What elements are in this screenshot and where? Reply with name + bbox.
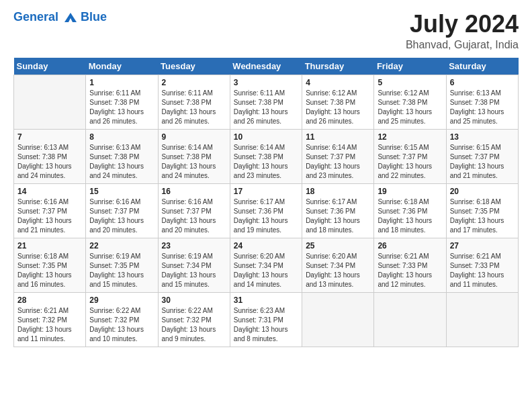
- day-number: 14: [17, 187, 82, 196]
- day-number: 27: [450, 241, 515, 250]
- calendar-week-row: 28Sunrise: 6:21 AMSunset: 7:32 PMDayligh…: [14, 292, 519, 347]
- calendar-cell: 25Sunrise: 6:20 AMSunset: 7:34 PMDayligh…: [302, 238, 374, 292]
- day-number: 8: [89, 132, 154, 142]
- calendar-table: SundayMondayTuesdayWednesdayThursdayFrid…: [13, 58, 519, 347]
- day-number: 1: [89, 78, 154, 87]
- cell-info: Sunrise: 6:12 AMSunset: 7:38 PMDaylight:…: [378, 89, 442, 126]
- day-number: 6: [450, 78, 515, 87]
- day-number: 18: [306, 187, 370, 196]
- calendar-cell: 16Sunrise: 6:16 AMSunset: 7:37 PMDayligh…: [158, 183, 230, 238]
- cell-info: Sunrise: 6:14 AMSunset: 7:38 PMDaylight:…: [234, 143, 298, 181]
- cell-info: Sunrise: 6:11 AMSunset: 7:38 PMDaylight:…: [162, 89, 226, 126]
- header-cell-sunday: Sunday: [14, 58, 86, 75]
- calendar-body: 1Sunrise: 6:11 AMSunset: 7:38 PMDaylight…: [14, 75, 519, 347]
- calendar-cell: 2Sunrise: 6:11 AMSunset: 7:38 PMDaylight…: [158, 75, 230, 129]
- calendar-cell: 20Sunrise: 6:18 AMSunset: 7:35 PMDayligh…: [446, 183, 518, 238]
- calendar-week-row: 14Sunrise: 6:16 AMSunset: 7:37 PMDayligh…: [14, 183, 519, 238]
- cell-info: Sunrise: 6:14 AMSunset: 7:38 PMDaylight:…: [162, 143, 226, 181]
- cell-info: Sunrise: 6:19 AMSunset: 7:34 PMDaylight:…: [162, 252, 226, 289]
- calendar-cell: 8Sunrise: 6:13 AMSunset: 7:38 PMDaylight…: [86, 129, 158, 183]
- day-number: 5: [378, 78, 442, 87]
- cell-info: Sunrise: 6:13 AMSunset: 7:38 PMDaylight:…: [450, 89, 515, 126]
- cell-info: Sunrise: 6:17 AMSunset: 7:36 PMDaylight:…: [234, 197, 298, 235]
- calendar-cell: 1Sunrise: 6:11 AMSunset: 7:38 PMDaylight…: [86, 75, 158, 129]
- calendar-cell: 27Sunrise: 6:21 AMSunset: 7:33 PMDayligh…: [446, 238, 518, 292]
- header-cell-monday: Monday: [86, 58, 158, 75]
- cell-info: Sunrise: 6:17 AMSunset: 7:36 PMDaylight:…: [306, 197, 370, 235]
- day-number: 28: [17, 295, 82, 305]
- header-cell-saturday: Saturday: [446, 58, 518, 75]
- header-cell-wednesday: Wednesday: [230, 58, 302, 75]
- cell-info: Sunrise: 6:16 AMSunset: 7:37 PMDaylight:…: [89, 197, 154, 235]
- calendar-cell: [14, 75, 86, 129]
- logo: General Blue: [13, 11, 107, 24]
- cell-info: Sunrise: 6:15 AMSunset: 7:37 PMDaylight:…: [378, 143, 442, 181]
- calendar-cell: 15Sunrise: 6:16 AMSunset: 7:37 PMDayligh…: [86, 183, 158, 238]
- calendar-cell: 26Sunrise: 6:21 AMSunset: 7:33 PMDayligh…: [374, 238, 446, 292]
- logo-blue: Blue: [81, 11, 107, 24]
- cell-info: Sunrise: 6:13 AMSunset: 7:38 PMDaylight:…: [17, 143, 82, 181]
- calendar-cell: 10Sunrise: 6:14 AMSunset: 7:38 PMDayligh…: [230, 129, 302, 183]
- cell-info: Sunrise: 6:19 AMSunset: 7:35 PMDaylight:…: [89, 252, 154, 289]
- day-number: 22: [89, 241, 154, 250]
- day-number: 2: [162, 78, 226, 87]
- day-number: 7: [17, 132, 82, 142]
- calendar-cell: 31Sunrise: 6:23 AMSunset: 7:31 PMDayligh…: [230, 292, 302, 347]
- cell-info: Sunrise: 6:22 AMSunset: 7:32 PMDaylight:…: [162, 306, 226, 344]
- day-number: 16: [162, 187, 226, 196]
- cell-info: Sunrise: 6:16 AMSunset: 7:37 PMDaylight:…: [17, 197, 82, 235]
- calendar-cell: 17Sunrise: 6:17 AMSunset: 7:36 PMDayligh…: [230, 183, 302, 238]
- cell-info: Sunrise: 6:21 AMSunset: 7:33 PMDaylight:…: [450, 252, 515, 289]
- calendar-cell: 5Sunrise: 6:12 AMSunset: 7:38 PMDaylight…: [374, 75, 446, 129]
- cell-info: Sunrise: 6:23 AMSunset: 7:31 PMDaylight:…: [234, 306, 298, 344]
- calendar-header-row: SundayMondayTuesdayWednesdayThursdayFrid…: [14, 58, 519, 75]
- cell-info: Sunrise: 6:22 AMSunset: 7:32 PMDaylight:…: [89, 306, 154, 344]
- cell-info: Sunrise: 6:13 AMSunset: 7:38 PMDaylight:…: [89, 143, 154, 181]
- header-cell-thursday: Thursday: [302, 58, 374, 75]
- calendar-cell: 3Sunrise: 6:11 AMSunset: 7:38 PMDaylight…: [230, 75, 302, 129]
- cell-info: Sunrise: 6:11 AMSunset: 7:38 PMDaylight:…: [234, 89, 298, 126]
- cell-info: Sunrise: 6:18 AMSunset: 7:36 PMDaylight:…: [378, 197, 442, 235]
- day-number: 4: [306, 78, 370, 87]
- calendar-cell: 6Sunrise: 6:13 AMSunset: 7:38 PMDaylight…: [446, 75, 518, 129]
- calendar-cell: [302, 292, 374, 347]
- logo-text: General: [13, 11, 79, 24]
- cell-info: Sunrise: 6:18 AMSunset: 7:35 PMDaylight:…: [450, 197, 515, 235]
- calendar-week-row: 1Sunrise: 6:11 AMSunset: 7:38 PMDaylight…: [14, 75, 519, 129]
- day-number: 29: [89, 295, 154, 305]
- calendar-cell: 22Sunrise: 6:19 AMSunset: 7:35 PMDayligh…: [86, 238, 158, 292]
- calendar-week-row: 21Sunrise: 6:18 AMSunset: 7:35 PMDayligh…: [14, 238, 519, 292]
- cell-info: Sunrise: 6:18 AMSunset: 7:35 PMDaylight:…: [17, 252, 82, 289]
- calendar-cell: 11Sunrise: 6:14 AMSunset: 7:37 PMDayligh…: [302, 129, 374, 183]
- cell-info: Sunrise: 6:21 AMSunset: 7:32 PMDaylight:…: [17, 306, 82, 344]
- day-number: 11: [306, 132, 370, 142]
- calendar-cell: 7Sunrise: 6:13 AMSunset: 7:38 PMDaylight…: [14, 129, 86, 183]
- calendar-cell: 18Sunrise: 6:17 AMSunset: 7:36 PMDayligh…: [302, 183, 374, 238]
- header-cell-friday: Friday: [374, 58, 446, 75]
- sub-title: Bhanvad, Gujarat, India: [406, 39, 519, 51]
- cell-info: Sunrise: 6:11 AMSunset: 7:38 PMDaylight:…: [89, 89, 154, 126]
- calendar-cell: 14Sunrise: 6:16 AMSunset: 7:37 PMDayligh…: [14, 183, 86, 238]
- day-number: 3: [234, 78, 298, 87]
- main-title: July 2024: [406, 11, 519, 38]
- day-number: 25: [306, 241, 370, 250]
- day-number: 10: [234, 132, 298, 142]
- header-cell-tuesday: Tuesday: [158, 58, 230, 75]
- day-number: 23: [162, 241, 226, 250]
- calendar-cell: 9Sunrise: 6:14 AMSunset: 7:38 PMDaylight…: [158, 129, 230, 183]
- title-block: July 2024 Bhanvad, Gujarat, India: [406, 11, 519, 51]
- day-number: 21: [17, 241, 82, 250]
- calendar-cell: [446, 292, 518, 347]
- cell-info: Sunrise: 6:16 AMSunset: 7:37 PMDaylight:…: [162, 197, 226, 235]
- calendar-cell: 4Sunrise: 6:12 AMSunset: 7:38 PMDaylight…: [302, 75, 374, 129]
- cell-info: Sunrise: 6:20 AMSunset: 7:34 PMDaylight:…: [306, 252, 370, 289]
- day-number: 20: [450, 187, 515, 196]
- day-number: 26: [378, 241, 442, 250]
- cell-info: Sunrise: 6:21 AMSunset: 7:33 PMDaylight:…: [378, 252, 442, 289]
- day-number: 31: [234, 295, 298, 305]
- day-number: 17: [234, 187, 298, 196]
- calendar-week-row: 7Sunrise: 6:13 AMSunset: 7:38 PMDaylight…: [14, 129, 519, 183]
- calendar-cell: [374, 292, 446, 347]
- day-number: 13: [450, 132, 515, 142]
- logo-general: General: [13, 10, 58, 24]
